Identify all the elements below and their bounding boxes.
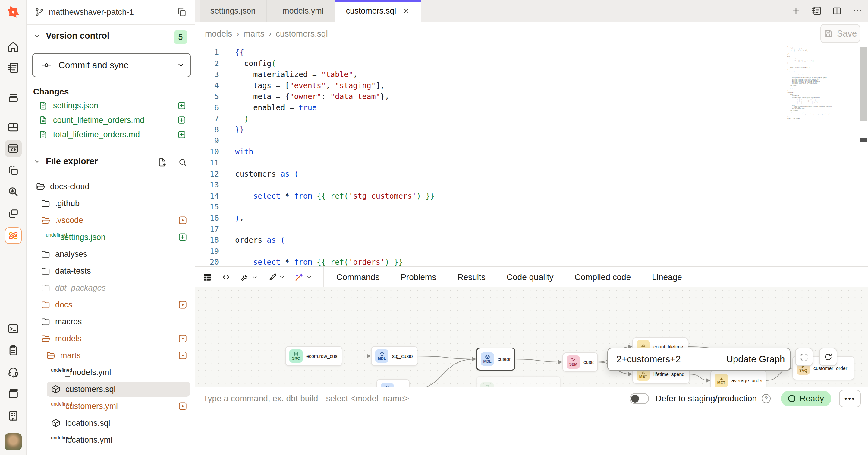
explore-search-icon[interactable] [5,183,22,200]
changed-file-row[interactable]: settings.json [27,98,195,113]
code-line-11[interactable]: 11 [195,158,868,169]
format-icon[interactable] [267,273,285,282]
changed-file-row[interactable]: total_lifetime_orders.md [27,127,195,142]
lineage-canvas[interactable]: SRC ecom.raw_customersMDL stg_customersM… [195,287,868,387]
tree-item-customers-sql[interactable]: customers.sql [27,381,195,398]
breadcrumb-part[interactable]: customers.sql [276,29,328,39]
tree-item-docs[interactable]: docs [27,296,195,313]
code-line-17[interactable]: 17 [195,224,868,235]
code-icon[interactable] [221,273,231,282]
lineage-node-customers_mdl[interactable]: MDL customers [476,348,516,371]
status-more-button[interactable]: ••• [839,390,861,407]
code-line-19[interactable]: 19 [195,246,868,257]
breadcrumb-part[interactable]: models [205,29,232,39]
tree-item-macros[interactable]: macros [27,313,195,330]
file-explorer-header[interactable]: File explorer [33,156,98,166]
support-headset-icon[interactable] [5,364,22,380]
tree-item-locations-sql[interactable]: locations.sql [27,415,195,431]
commit-options-caret[interactable] [170,54,190,77]
refresh-graph-button[interactable] [819,348,837,366]
panel-tab-compiled-code[interactable]: Compiled code [572,267,632,288]
defer-toggle[interactable] [629,393,649,404]
panel-tab-commands[interactable]: Commands [335,267,381,288]
lineage-selector-input[interactable]: 2+customers+2 [608,348,721,370]
code-line-3[interactable]: 3 materialized = "table", [195,69,868,80]
code-editor-icon[interactable] [5,140,22,157]
panel-tab-lineage[interactable]: Lineage [650,267,684,288]
panel-tab-results[interactable]: Results [456,267,487,288]
tree-item-marts[interactable]: marts [27,347,195,364]
changed-file-row[interactable]: count_lifetime_orders.md [27,113,195,127]
canvas-select-icon[interactable] [5,162,22,179]
tree-item-settings-json[interactable]: undefinedsettings.json [27,229,195,246]
close-tab-icon[interactable] [403,7,410,15]
code-line-4[interactable]: 4 tags = ["events", "staging"], [195,80,868,91]
search-files-icon[interactable] [178,158,187,167]
new-tab-icon[interactable] [791,6,801,16]
docs-notebook-icon[interactable] [5,59,22,76]
lineage-node-test_bools[interactable]: TST test_order_items_compute_to_bools_co… [476,376,561,387]
code-line-2[interactable]: 2 config( [195,58,868,69]
breadcrumb-part[interactable]: marts [244,29,265,39]
tree-item-analyses[interactable]: analyses [27,246,195,262]
lineage-node-average_order_value[interactable]: MET average_order_value [710,370,767,387]
panel-tab-code-quality[interactable]: Code quality [505,267,555,288]
tree-item-locations-yml[interactable]: undefinedlocations.yml [27,431,195,448]
code-line-10[interactable]: 10with [195,146,868,158]
stage-file-icon[interactable] [177,101,186,110]
split-editor-icon[interactable] [832,6,842,16]
home-icon[interactable] [5,38,22,55]
editor-tab-settings-json[interactable]: settings.json [199,0,267,22]
commit-and-sync-main[interactable]: Commit and sync [33,54,170,77]
fullscreen-button[interactable] [795,348,813,366]
code-line-14[interactable]: 14 select * from {{ ref('stg_customers')… [195,191,868,202]
tree-item-customers-yml[interactable]: undefinedcustomers.yml [27,398,195,415]
code-line-15[interactable]: 15 [195,202,868,213]
update-graph-button[interactable]: Update Graph [721,348,790,370]
code-line-12[interactable]: 12customers as ( [195,169,868,180]
save-button[interactable]: Save [820,24,860,43]
tree-item--vscode[interactable]: .vscode [27,212,195,229]
docs-book-icon[interactable] [5,385,22,402]
jobs-archive-icon[interactable] [5,89,22,106]
tree-item-dbt-packages[interactable]: dbt_packages [27,279,195,296]
new-file-icon[interactable] [157,158,167,167]
code-line-1[interactable]: 1{{ [195,47,868,58]
tree-item-docs-cloud[interactable]: docs-cloud [27,178,195,195]
ready-status-badge[interactable]: Ready [781,391,831,406]
open-editors-icon[interactable] [811,6,822,16]
build-tools-icon[interactable] [240,273,258,282]
code-line-16[interactable]: 16), [195,213,868,224]
tree-item-models[interactable]: models [27,330,195,347]
dbt-copilot-icon[interactable] [294,273,312,282]
lineage-node-orders[interactable]: MDL orders [376,379,410,387]
stage-file-icon[interactable] [177,130,186,139]
editor-tab--models-yml[interactable]: _models.yml [267,0,335,22]
code-line-9[interactable]: 9 [195,136,868,147]
results-table-icon[interactable] [203,273,212,282]
code-line-7[interactable]: 7 ) [195,113,868,124]
code-line-5[interactable]: 5 meta = {"owner": "data-team"}, [195,91,868,102]
lineage-node-raw_customers[interactable]: SRC ecom.raw_customers [285,346,342,366]
help-icon[interactable]: ? [762,394,771,403]
editor-tab-customers-sql[interactable]: customers.sql [335,0,421,22]
code-line-13[interactable]: 13 [195,179,868,191]
copilot-atom-icon[interactable] [5,227,22,244]
terminal-icon[interactable] [5,320,22,337]
user-avatar[interactable] [5,433,22,450]
code-line-6[interactable]: 6 enabled = true [195,102,868,113]
command-input[interactable]: Type a command, ex. dbt build --select <… [203,394,629,403]
windows-apps-icon[interactable] [5,205,22,222]
more-options-icon[interactable] [852,6,863,16]
copy-branch-icon[interactable] [177,7,187,17]
dashboard-grid-icon[interactable] [5,119,22,136]
lineage-node-stg_customers[interactable]: MDL stg_customers [371,346,417,366]
scrollbar-thumb[interactable] [860,47,867,121]
code-line-18[interactable]: 18orders as ( [195,235,868,246]
version-control-header[interactable]: Version control [33,31,110,41]
organization-building-icon[interactable] [5,407,22,424]
lineage-node-customers_sem[interactable]: SEM customers [562,352,598,372]
stage-file-icon[interactable] [177,116,186,124]
commit-and-sync-button[interactable]: Commit and sync [32,53,191,77]
code-line-8[interactable]: 8}} [195,124,868,136]
